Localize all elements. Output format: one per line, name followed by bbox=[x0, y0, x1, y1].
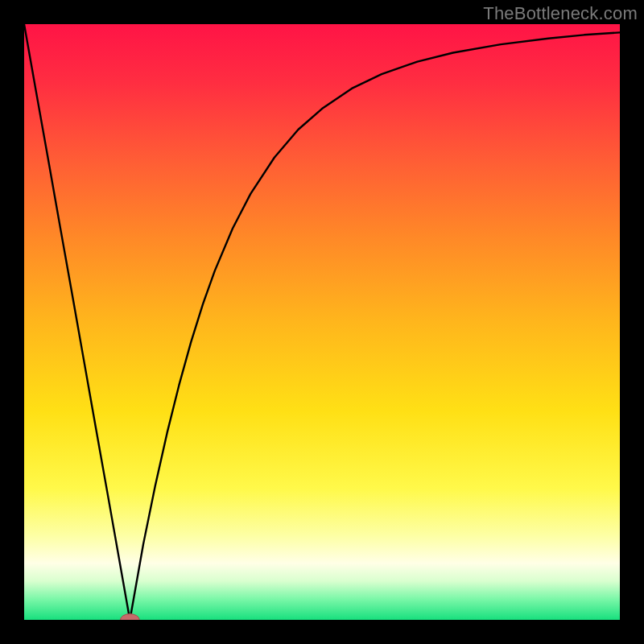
watermark-text: TheBottleneck.com bbox=[483, 3, 638, 24]
bottleneck-chart bbox=[24, 24, 620, 620]
chart-frame: TheBottleneck.com bbox=[0, 0, 644, 644]
